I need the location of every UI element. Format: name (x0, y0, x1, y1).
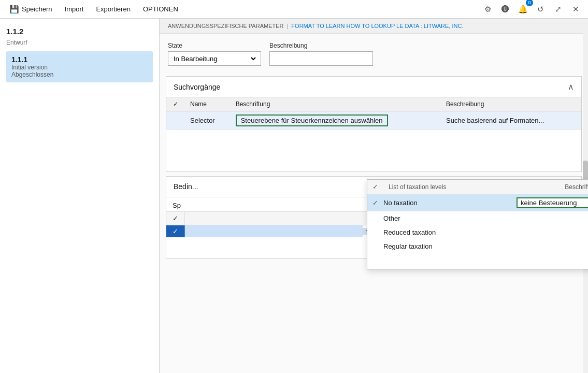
export-label: Exportieren (96, 5, 130, 13)
sidebar-active-sub1: Initial version (11, 64, 148, 71)
suchvorgaenge-table-container: ✓ Name Beschriftung Beschreibung Selecto… (166, 97, 581, 171)
suchvorgaenge-table: ✓ Name Beschriftung Beschreibung Selecto… (166, 97, 581, 171)
maximize-button[interactable]: ⤢ (550, 1, 566, 18)
popup-check-icon: ✓ (372, 183, 378, 191)
bedingungen-col-label: Sp (173, 202, 181, 209)
row-beschreibung: Suche basierend auf Formaten... (441, 111, 581, 130)
dropdown-name-no-taxation: No taxation (383, 199, 511, 207)
dropdown-item-no-taxation[interactable]: ✓ No taxation keine Besteuerung (367, 194, 588, 211)
dropdown-popup: ✓ List of taxation levels Beschriftung ✓… (367, 179, 588, 269)
breadcrumb-part2: FORMAT TO LEARN HOW TO LOOKUP LE DATA : … (291, 23, 463, 29)
dropdown-value-no-taxation[interactable]: keine Besteuerung (517, 197, 588, 208)
save-icon: 💾 (9, 5, 19, 14)
close-button[interactable]: ✕ (567, 1, 584, 18)
col-check: ✓ (166, 97, 185, 111)
dropdown-item-regular[interactable]: ✓ Regular taxation (367, 239, 588, 253)
import-button[interactable]: Import (60, 3, 89, 15)
export-button[interactable]: Exportieren (91, 3, 135, 15)
row-beschriftung: Steuerebene für Steuerkennzeichen auswäh… (231, 111, 441, 130)
notification-badge: 0 (526, 0, 533, 6)
dropdown-name-reduced: Reduced taxation (383, 228, 511, 236)
titlebar: 💾 Speichern Import Exportieren OPTIONEN … (0, 0, 588, 19)
bedingungen-check-col-header: ✓ (166, 212, 185, 225)
state-select[interactable]: In Bearbeitung (168, 51, 261, 66)
main-layout: 1.1.2 Entwurf 1.1.1 Initial version Abge… (0, 19, 588, 373)
table-row-empty (166, 130, 581, 171)
breadcrumb-separator: | (287, 23, 289, 29)
popup-col-beschriftung: Beschriftung (565, 183, 588, 191)
sidebar-version: 1.1.2 (6, 27, 153, 36)
dropdown-item-other[interactable]: ✓ Other (367, 211, 588, 225)
form-area: State In Bearbeitung Beschreibung (160, 34, 588, 70)
bedingungen-title: Bedin... (174, 182, 198, 191)
office-icon-button[interactable]: 🅞 (497, 1, 513, 18)
save-label: Speichern (22, 5, 52, 13)
suchvorgaenge-section: Suchvorgänge ∧ ✓ Name Beschriftung Besch… (166, 76, 582, 172)
sidebar-item-active[interactable]: 1.1.1 Initial version Abgeschlossen (6, 51, 153, 82)
dropdown-check-no-taxation: ✓ (372, 199, 378, 207)
content-area: ANWENDUNGSSPEZIFISCHE PARAMETER | FORMAT… (160, 19, 588, 373)
bottom-input-field[interactable] (185, 225, 363, 237)
sidebar: 1.1.2 Entwurf 1.1.1 Initial version Abge… (0, 19, 160, 373)
refresh-button[interactable]: ↺ (532, 1, 549, 18)
row-beschriftung-editable[interactable]: Steuerebene für Steuerkennzeichen auswäh… (236, 114, 388, 126)
beschreibung-input[interactable] (269, 51, 373, 66)
table-row[interactable]: Selector Steuerebene für Steuerkennzeich… (166, 111, 581, 130)
row-name: Selector (185, 111, 231, 130)
state-select-input[interactable]: In Bearbeitung (171, 54, 257, 63)
sidebar-draft: Entwurf (6, 39, 153, 46)
row-check (166, 111, 185, 130)
suchvorgaenge-header: Suchvorgänge ∧ (166, 77, 581, 97)
dropdown-name-regular: Regular taxation (383, 242, 511, 250)
popup-col-list: List of taxation levels (389, 183, 446, 191)
sidebar-active-version: 1.1.1 (11, 55, 148, 64)
dropdown-item-reduced[interactable]: ✓ Reduced taxation (367, 225, 588, 239)
notification-container: 🔔 0 (514, 1, 531, 18)
col-beschreibung-header: Beschreibung (441, 97, 581, 111)
row-check-selected: ✓ (166, 225, 185, 237)
sidebar-active-sub2: Abgeschlossen (11, 71, 148, 78)
dropdown-name-other: Other (383, 214, 511, 222)
suchvorgaenge-title: Suchvorgänge (174, 83, 220, 91)
save-button[interactable]: 💾 Speichern (4, 3, 58, 16)
import-label: Import (65, 5, 84, 13)
options-label: OPTIONEN (143, 5, 178, 13)
col-beschriftung-header: Beschriftung (231, 97, 441, 111)
dropdown-popup-header: ✓ List of taxation levels Beschriftung (367, 180, 588, 194)
col-name-header: Name (185, 97, 231, 111)
state-label: State (168, 42, 261, 49)
suchvorgaenge-collapse-button[interactable]: ∧ (568, 82, 574, 92)
settings-icon-button[interactable]: ⚙ (479, 1, 496, 18)
breadcrumb: ANWENDUNGSSPEZIFISCHE PARAMETER | FORMAT… (160, 19, 588, 34)
breadcrumb-part1: ANWENDUNGSSPEZIFISCHE PARAMETER (168, 23, 284, 29)
options-button[interactable]: OPTIONEN (138, 3, 183, 15)
beschreibung-label: Beschreibung (269, 42, 373, 49)
